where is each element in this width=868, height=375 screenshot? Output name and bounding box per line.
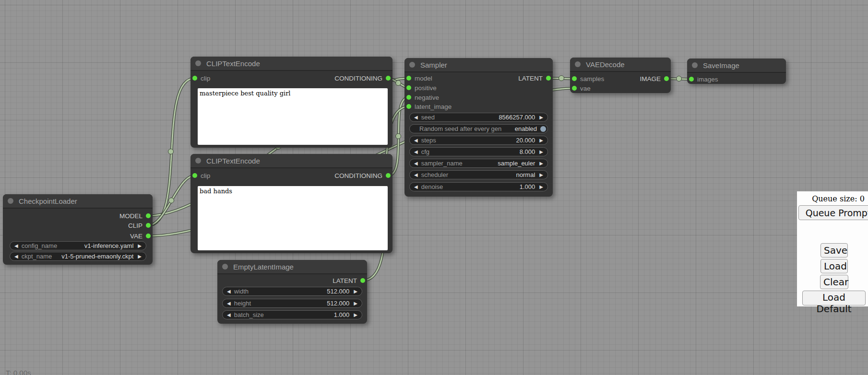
widget-random-seed-toggle[interactable]: Random seed after every gen enabled <box>409 124 548 133</box>
clear-button[interactable]: Clear <box>820 275 848 289</box>
load-default-button[interactable]: Load Default <box>802 291 866 305</box>
input-slot-dot[interactable] <box>572 86 577 91</box>
queue-prompt-button[interactable]: Queue Prompt <box>798 205 868 220</box>
node-save-image: SaveImage images <box>687 59 786 84</box>
input-slot-dot[interactable] <box>192 76 197 81</box>
input-slot-samples: samples <box>572 74 604 83</box>
node-collapse-dot-icon[interactable] <box>409 62 415 68</box>
wire-center-dot <box>396 81 401 86</box>
decrement-arrow-icon[interactable]: ◀ <box>13 254 19 259</box>
node-title-bar[interactable]: SaveImage <box>687 59 786 73</box>
node-title: EmptyLatentImage <box>233 263 294 271</box>
node-title-bar[interactable]: CLIPTextEncode <box>190 154 392 168</box>
output-slot-dot[interactable] <box>360 278 365 283</box>
node-collapse-dot-icon[interactable] <box>692 62 698 68</box>
increment-arrow-icon[interactable]: ▶ <box>538 115 544 120</box>
input-slot-dot[interactable] <box>689 77 694 82</box>
increment-arrow-icon[interactable]: ▶ <box>353 313 358 317</box>
node-title: VAEDecode <box>586 60 625 69</box>
widget-batch-size[interactable]: ◀ batch_size 1.000 ▶ <box>222 310 362 319</box>
node-collapse-dot-icon[interactable] <box>8 198 13 204</box>
node-empty-latent-image: EmptyLatentImage LATENT ◀ width 512.000 … <box>217 260 367 324</box>
input-slot-dot[interactable] <box>406 104 411 109</box>
node-title-bar[interactable]: VAEDecode <box>570 58 671 72</box>
input-slot-dot[interactable] <box>406 95 411 100</box>
node-sampler: Sampler model positive negative latent_i… <box>404 58 553 197</box>
wire-center-dot <box>559 76 564 81</box>
widget-scheduler[interactable]: ◀ scheduler normal ▶ <box>409 170 548 179</box>
decrement-arrow-icon[interactable]: ◀ <box>413 115 419 120</box>
input-slot-dot[interactable] <box>406 76 411 81</box>
output-slot-dot[interactable] <box>146 213 151 218</box>
output-slot-conditioning: CONDITIONING <box>334 171 391 180</box>
widget-sampler-name[interactable]: ◀ sampler_name sample_euler ▶ <box>409 159 548 168</box>
wire-center-dot <box>169 198 174 203</box>
input-slot-images: images <box>689 74 718 84</box>
widget-denoise[interactable]: ◀ denoise 1.000 ▶ <box>409 182 548 191</box>
output-slot-latent: LATENT <box>518 73 551 83</box>
node-title: Sampler <box>420 61 447 69</box>
increment-arrow-icon[interactable]: ▶ <box>538 150 544 154</box>
widget-steps[interactable]: ◀ steps 20.000 ▶ <box>409 136 548 145</box>
node-collapse-dot-icon[interactable] <box>575 61 581 67</box>
widget-config-name[interactable]: ◀ config_name v1-inference.yaml ▶ <box>10 241 146 250</box>
decrement-arrow-icon[interactable]: ◀ <box>413 173 419 177</box>
decrement-arrow-icon[interactable]: ◀ <box>413 138 419 143</box>
increment-arrow-icon[interactable]: ▶ <box>353 289 358 294</box>
decrement-arrow-icon[interactable]: ◀ <box>226 313 232 317</box>
toggle-knob-icon[interactable] <box>540 126 546 132</box>
increment-arrow-icon[interactable]: ▶ <box>538 185 544 189</box>
widget-ckpt-name[interactable]: ◀ ckpt_name v1-5-pruned-emaonly.ckpt ▶ <box>10 252 146 261</box>
output-slot-dot[interactable] <box>146 223 151 228</box>
node-title: CLIPTextEncode <box>206 157 260 165</box>
node-title-bar[interactable]: CheckpointLoader <box>3 194 153 209</box>
node-title-bar[interactable]: EmptyLatentImage <box>217 260 367 274</box>
input-slot-negative: negative <box>406 93 439 102</box>
node-vae-decode: VAEDecode samples vae IMAGE <box>570 58 671 93</box>
node-title-bar[interactable]: CLIPTextEncode <box>190 57 392 71</box>
widget-height[interactable]: ◀ height 512.000 ▶ <box>222 299 362 308</box>
increment-arrow-icon[interactable]: ▶ <box>538 161 544 166</box>
load-button[interactable]: Load <box>820 259 848 273</box>
decrement-arrow-icon[interactable]: ◀ <box>413 161 419 166</box>
output-slot-dot[interactable] <box>546 76 551 81</box>
menu-spacer <box>797 220 868 242</box>
node-clip-text-encode-negative: CLIPTextEncode clip CONDITIONING bad han… <box>190 154 392 253</box>
node-title-bar[interactable]: Sampler <box>404 58 553 72</box>
decrement-arrow-icon[interactable]: ◀ <box>413 185 419 189</box>
node-collapse-dot-icon[interactable] <box>195 60 201 66</box>
node-collapse-dot-icon[interactable] <box>222 264 228 270</box>
increment-arrow-icon[interactable]: ▶ <box>137 254 143 259</box>
input-slot-model: model <box>406 73 432 83</box>
widget-seed[interactable]: ◀ seed 8566257.000 ▶ <box>409 113 548 122</box>
widget-width[interactable]: ◀ width 512.000 ▶ <box>222 287 362 296</box>
node-title: CheckpointLoader <box>19 197 77 205</box>
output-slot-dot[interactable] <box>664 76 669 81</box>
input-slot-dot[interactable] <box>192 173 197 178</box>
increment-arrow-icon[interactable]: ▶ <box>538 138 544 143</box>
prompt-textarea[interactable]: masterpiece best quality girl <box>198 88 388 145</box>
decrement-arrow-icon[interactable]: ◀ <box>13 244 19 248</box>
decrement-arrow-icon[interactable]: ◀ <box>226 289 232 294</box>
output-slot-dot[interactable] <box>386 173 391 178</box>
input-slot-clip: clip <box>192 73 210 83</box>
wire-center-dot <box>677 76 682 82</box>
node-clip-text-encode-positive: CLIPTextEncode clip CONDITIONING masterp… <box>190 57 392 148</box>
output-slot-dot[interactable] <box>146 234 151 238</box>
input-slot-positive: positive <box>406 83 437 93</box>
output-slot-latent: LATENT <box>333 276 365 285</box>
decrement-arrow-icon[interactable]: ◀ <box>413 150 419 154</box>
increment-arrow-icon[interactable]: ▶ <box>137 244 143 248</box>
decrement-arrow-icon[interactable]: ◀ <box>226 301 232 306</box>
output-slot-conditioning: CONDITIONING <box>334 73 391 83</box>
node-collapse-dot-icon[interactable] <box>195 158 201 164</box>
prompt-textarea[interactable]: bad hands <box>198 186 388 250</box>
menu-panel: Queue size: 0 Queue Prompt Save Load Cle… <box>797 191 868 306</box>
widget-cfg[interactable]: ◀ cfg 8.000 ▶ <box>409 147 548 156</box>
output-slot-dot[interactable] <box>386 76 391 81</box>
save-button[interactable]: Save <box>820 243 848 258</box>
increment-arrow-icon[interactable]: ▶ <box>538 173 544 177</box>
input-slot-dot[interactable] <box>572 76 577 81</box>
input-slot-dot[interactable] <box>406 85 411 90</box>
increment-arrow-icon[interactable]: ▶ <box>353 301 358 306</box>
